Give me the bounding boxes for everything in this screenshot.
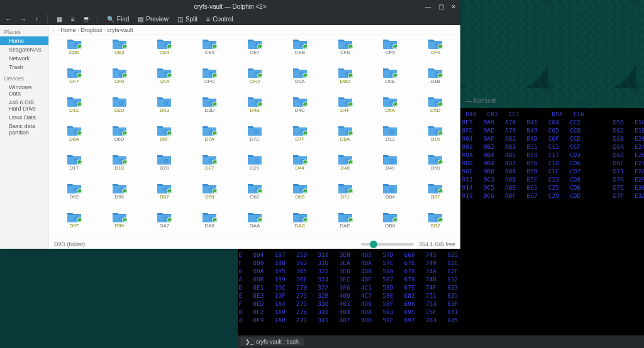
control-button[interactable]: ≡ Control	[206, 16, 233, 23]
folder-item[interactable]: CF0	[323, 38, 368, 67]
folder-item[interactable]: CDD	[52, 38, 97, 67]
folder-item[interactable]: DA7	[142, 211, 187, 239]
breadcrumb-segment[interactable]: Home	[61, 27, 76, 33]
folder-item[interactable]: D59	[187, 182, 232, 211]
folder-item[interactable]: DAC	[277, 211, 323, 239]
sidebar-item-trash[interactable]: Trash	[0, 63, 48, 72]
search-icon: 🔍	[107, 16, 114, 23]
folder-item[interactable]: D68	[277, 182, 323, 211]
folder-item[interactable]: D5A	[367, 95, 413, 124]
folder-item[interactable]: D99	[97, 211, 142, 239]
details-view-button[interactable]: ≣	[84, 16, 89, 23]
close-button[interactable]: ✕	[450, 3, 457, 10]
folder-icon	[202, 67, 217, 78]
folder-item[interactable]: CFD	[232, 67, 277, 95]
compact-view-button[interactable]: ≡	[71, 16, 75, 23]
folder-item[interactable]: D13	[367, 124, 413, 153]
folder-icon	[247, 38, 262, 49]
folder-item[interactable]: D71	[323, 182, 368, 211]
sidebar-item-network[interactable]: Network	[0, 54, 48, 63]
folder-item[interactable]: D57	[142, 182, 187, 211]
icon-view[interactable]: CDDCE3CE4CE5CE7CEBCF0CF5CF6CF7CF9CFACFCC…	[49, 35, 460, 239]
folder-item[interactable]: CFA	[142, 67, 187, 95]
folder-item[interactable]: D27	[187, 153, 232, 182]
folder-item[interactable]: D3D	[187, 95, 232, 124]
folder-item[interactable]: D44	[277, 153, 323, 182]
breadcrumb-segment[interactable]: Dropbox	[81, 27, 103, 33]
maximize-button[interactable]: ▢	[438, 3, 444, 10]
folder-icon	[428, 38, 443, 49]
folder-item[interactable]: D84	[367, 182, 413, 211]
folder-item[interactable]: D7E	[232, 124, 277, 153]
up-button[interactable]: ↑	[35, 16, 38, 23]
breadcrumb-segment[interactable]: cryfs-vault	[108, 27, 133, 33]
sidebar-item-446-6-gib-hard-drive[interactable]: 446.6 GiB Hard Drive	[0, 98, 48, 113]
folder-item[interactable]: CE3	[97, 38, 142, 67]
folder-item[interactable]: DA8	[187, 211, 232, 239]
folder-item[interactable]: CE5	[187, 38, 232, 67]
folder-item[interactable]: CF5	[367, 38, 413, 67]
folder-item[interactable]: D29	[232, 153, 277, 182]
folder-item[interactable]: D4B	[232, 95, 277, 124]
folder-item[interactable]: CEB	[277, 38, 323, 67]
folder-item[interactable]: CE4	[142, 38, 187, 67]
folder-item[interactable]: D52	[52, 182, 97, 211]
folder-item[interactable]: D8A	[323, 124, 368, 153]
folder-item[interactable]: DB2	[413, 211, 458, 239]
sidebar-item-seagatenas[interactable]: SeagateNAS	[0, 45, 48, 54]
folder-item[interactable]: CFC	[187, 67, 232, 95]
folder-item[interactable]: D4F	[323, 95, 368, 124]
back-button[interactable]: ←	[5, 16, 11, 23]
folder-item[interactable]: D97	[52, 211, 97, 239]
folder-item[interactable]: DAE	[323, 211, 368, 239]
forward-button[interactable]: →	[20, 16, 26, 23]
split-button[interactable]: ◫ Split	[177, 16, 197, 23]
minimize-button[interactable]: —	[425, 3, 431, 10]
chevron-left-icon[interactable]: ‹	[53, 27, 55, 33]
folder-item[interactable]: D55	[97, 182, 142, 211]
sidebar-item-linux-data[interactable]: Linux Data	[0, 113, 48, 122]
folder-item[interactable]: D0A	[277, 67, 323, 95]
folder-item[interactable]: D03	[142, 95, 187, 124]
folder-item[interactable]: D4C	[277, 95, 323, 124]
folder-item[interactable]: CF6	[413, 38, 458, 67]
breadcrumb[interactable]: ‹ › Home › Dropbox › cryfs-vault	[49, 25, 460, 35]
folder-item[interactable]: D1B	[413, 67, 458, 95]
terminal-window[interactable]: B6 980 A50 B12 BD9 C9F D44 DF3 B7 981 A5…	[460, 108, 644, 335]
terminal-window-overflow[interactable]: 02A 0D2 186 256 317 3E5 4B2 57B 665 73D …	[238, 249, 460, 335]
taskbar-entry-terminal[interactable]: ❯_ cryfs-vault : bash	[240, 337, 304, 346]
sidebar-item-basic-data-partition[interactable]: Basic data partition	[0, 122, 48, 137]
folder-item[interactable]: D5D	[413, 95, 458, 124]
folder-item[interactable]: D0D	[323, 67, 368, 95]
titlebar[interactable]: cryfs-vault — Dolphin <2> — ▢ ✕	[0, 0, 460, 13]
folder-item[interactable]: D1C	[52, 95, 97, 124]
preview-button[interactable]: ▤ Preview	[138, 16, 169, 23]
folder-item[interactable]: D6D	[97, 124, 142, 153]
folder-item[interactable]: D17	[52, 153, 97, 182]
folder-item[interactable]: DB0	[367, 211, 413, 239]
folder-item[interactable]: D87	[413, 182, 458, 211]
folder-item[interactable]: D20	[142, 153, 187, 182]
folder-item[interactable]: D2D	[97, 95, 142, 124]
folder-item[interactable]: CE7	[232, 38, 277, 67]
zoom-slider[interactable]	[361, 243, 414, 246]
folder-item[interactable]: D6F	[142, 124, 187, 153]
folder-item[interactable]: D18	[97, 153, 142, 182]
folder-item[interactable]: CF9	[97, 67, 142, 95]
sync-check-icon	[122, 131, 128, 136]
sidebar-item-windows-data[interactable]: Windows Data	[0, 83, 48, 98]
find-button[interactable]: 🔍 Find	[107, 16, 129, 23]
folder-item[interactable]: D6A	[52, 124, 97, 153]
folder-item[interactable]: D62	[232, 182, 277, 211]
folder-item[interactable]: D15	[413, 124, 458, 153]
folder-item[interactable]: D50	[413, 153, 458, 182]
folder-item[interactable]: D0E	[367, 67, 413, 95]
folder-item[interactable]: D7F	[277, 124, 323, 153]
folder-item[interactable]: CF7	[52, 67, 97, 95]
folder-item[interactable]: D7A	[187, 124, 232, 153]
icons-view-button[interactable]: ▦	[57, 16, 62, 23]
folder-item[interactable]: D48	[323, 153, 368, 182]
sidebar-item-home[interactable]: Home	[0, 36, 48, 45]
folder-item[interactable]: DAA	[232, 211, 277, 239]
folder-item[interactable]: D49	[367, 153, 413, 182]
